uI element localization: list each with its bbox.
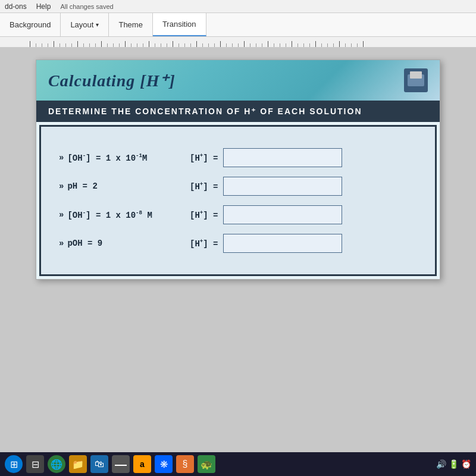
slide: Calculating [H⁺] DETERMINE THE CONCENTRA… [36,60,440,280]
menu-addons[interactable]: dd-ons [5,2,27,11]
taskbar-battery-icon: 🔋 [449,459,459,469]
tab-layout[interactable]: Layout ▾ [61,13,109,36]
taskbar-clock-icon: ⏰ [461,459,471,469]
problem-4-label: » pOH = 9 [59,239,178,248]
slide-subtitle: DETERMINE THE CONCENTRATION OF H⁺ OF EAC… [36,101,440,122]
taskbar-dash-icon[interactable]: — [112,455,130,473]
menu-bar: dd-ons Help All changes saved [0,0,476,13]
taskbar: ⊞ ⊟ 🌐 📁 🛍 — a ❋ § 🐢 🔊 🔋 ⏰ [0,452,476,476]
problem-1-label: » [OH-] = 1 x 10-1M [59,152,178,163]
bullet-arrow-icon: » [59,181,64,191]
dropdown-arrow-icon: ▾ [96,21,99,28]
problem-row: » [OH-] = 1 x 10-8 M [H+] = [59,205,417,224]
bullet-arrow-icon: » [59,239,64,248]
answer-input-3[interactable] [223,205,342,224]
slide-title: Calculating [H⁺] [48,71,176,90]
taskbar-amazon-icon[interactable]: a [133,455,151,473]
problem-1-answer: [H+] = [190,148,417,167]
main-content: Calculating [H⁺] DETERMINE THE CONCENTRA… [0,48,476,452]
menu-help[interactable]: Help [36,2,51,11]
taskbar-right-area: 🔊 🔋 ⏰ [436,459,471,469]
problem-3-label: » [OH-] = 1 x 10-8 M [59,209,178,220]
taskbar-sound-icon: 🔊 [436,459,446,469]
slide-body: » [OH-] = 1 x 10-1M [H+] = » pH = 2 [H+]… [39,125,437,276]
bullet-arrow-icon: » [59,153,64,162]
problem-4-answer: [H+] = [190,234,417,253]
printer-icon [404,68,428,92]
taskbar-search-icon[interactable]: ⊟ [26,455,44,473]
answer-input-2[interactable] [223,177,342,196]
tab-bar: Background Layout ▾ Theme Transition [0,13,476,37]
bullet-arrow-icon: » [59,210,64,220]
problem-2-label: » pH = 2 [59,181,178,191]
taskbar-browser-icon[interactable]: 🌐 [48,455,65,473]
answer-input-4[interactable] [223,234,342,253]
taskbar-dropbox-icon[interactable]: ❋ [155,455,173,473]
problem-row: » pH = 2 [H+] = [59,177,417,196]
tab-theme[interactable]: Theme [109,13,152,36]
problem-3-answer: [H+] = [190,205,417,224]
problem-row: » pOH = 9 [H+] = [59,234,417,253]
answer-input-1[interactable] [223,148,342,167]
tab-transition[interactable]: Transition [153,13,206,36]
menu-status: All changes saved [60,3,113,10]
taskbar-windows-icon[interactable]: ⊞ [5,455,23,473]
taskbar-burp-icon[interactable]: § [176,455,194,473]
taskbar-turtle-icon[interactable]: 🐢 [198,455,215,473]
ruler [0,37,476,48]
slide-header: Calculating [H⁺] [36,60,440,101]
problem-row: » [OH-] = 1 x 10-1M [H+] = [59,148,417,167]
tab-background[interactable]: Background [0,13,61,36]
taskbar-files-icon[interactable]: 📁 [69,455,87,473]
problem-2-answer: [H+] = [190,177,417,196]
taskbar-store-icon[interactable]: 🛍 [90,455,108,473]
